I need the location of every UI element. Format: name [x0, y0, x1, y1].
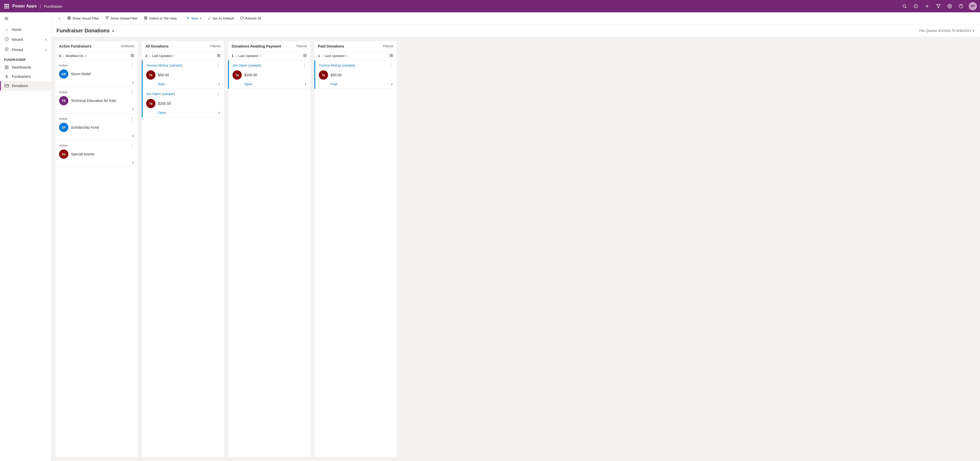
sidebar-item-pinned[interactable]: Pinned ∨ [0, 45, 51, 55]
donation-status-link-0[interactable]: Paid [158, 82, 165, 86]
top-bar-right-actions: MP [901, 2, 977, 10]
hamburger-menu[interactable] [0, 12, 51, 25]
home-icon: ⌂ [4, 27, 9, 32]
help-icon[interactable] [958, 3, 964, 10]
card-status-0: Active [59, 64, 68, 67]
table-row[interactable]: Active ⋮ SR Storm Relief ∨ [56, 60, 138, 87]
sidebar-item-dashboards[interactable]: Dashboards [0, 63, 51, 72]
col-view-icon-active-fundraisers[interactable] [130, 54, 134, 58]
sidebar-item-home[interactable]: ⌂ Home [0, 25, 51, 34]
card-menu-3[interactable]: ⋮ [130, 143, 134, 148]
donation-status-link-1[interactable]: Open [158, 111, 166, 114]
set-as-default-button[interactable]: ✓ Set As Default [205, 15, 236, 22]
col-sort-label-all-donations[interactable]: Last Updated ∨ [152, 54, 175, 58]
col-view-icon-paid-donations[interactable] [390, 54, 393, 58]
show-visual-filter-button[interactable]: Show Visual Filter [65, 14, 102, 22]
svg-rect-51 [391, 54, 393, 55]
card-body-3: Se Special events [59, 149, 134, 159]
switch-to-tile-view-button[interactable]: Switch to Tile View [141, 14, 179, 22]
svg-rect-44 [219, 56, 220, 57]
col-title-donations-awaiting-payment: Donations Awaiting Payment [232, 44, 281, 48]
donation-menu-0[interactable]: ⋮ [389, 63, 393, 68]
settings-icon[interactable] [946, 3, 953, 10]
card-status-2: Active [59, 117, 68, 121]
donation-contact-0[interactable]: Yvonne McKay (sample) [146, 64, 182, 67]
svg-rect-39 [132, 54, 134, 55]
sort-field-chevron-icon: ∨ [345, 54, 347, 57]
donation-card-header-0: Jim Glynn (sample) ⋮ [232, 63, 307, 68]
donation-contact-0[interactable]: Jim Glynn (sample) [232, 64, 261, 67]
circle-icon[interactable] [912, 3, 920, 10]
donation-card-footer-0: Paid ∨ [319, 82, 393, 86]
col-count-paid-donations: 1 [318, 54, 320, 58]
show-global-filter-button[interactable]: Show Global Filter [103, 14, 140, 22]
col-count-donations-awaiting-payment: 1 [232, 54, 234, 58]
donation-expand-1[interactable]: ∨ [218, 111, 220, 114]
card-expand-0[interactable]: ∨ [132, 81, 134, 84]
col-sort-arrow-active-fundraisers[interactable]: ↓ [62, 54, 64, 58]
svg-rect-1 [6, 4, 8, 5]
donation-menu-0[interactable]: ⋮ [302, 63, 307, 68]
card-name-2: Scholarship Fund [71, 126, 99, 129]
filter-icon[interactable] [935, 3, 942, 10]
new-button[interactable]: New ∨ [184, 14, 204, 22]
donation-menu-0[interactable]: ⋮ [216, 63, 220, 68]
list-item[interactable]: Jim Glynn (sample) ⋮ Te $200.00 Open ∨ [142, 89, 224, 118]
search-icon[interactable] [901, 3, 908, 10]
back-button[interactable] [56, 14, 64, 22]
donation-menu-1[interactable]: ⋮ [216, 91, 220, 96]
card-menu-2[interactable]: ⋮ [130, 116, 134, 121]
col-sort-label-paid-donations[interactable]: Last Updated ∨ [325, 54, 347, 58]
col-sort-label-donations-awaiting-payment[interactable]: Last Updated ∨ [239, 54, 261, 58]
card-expand-3[interactable]: ∨ [132, 161, 134, 164]
col-title-active-fundraisers: Active Fundraisers [59, 44, 91, 48]
page-title-chevron-icon: ∨ [112, 29, 114, 33]
col-view-icon-donations-awaiting-payment[interactable] [303, 54, 307, 58]
plus-icon[interactable] [923, 3, 931, 10]
donation-card-body-0: Te $50.00 [146, 69, 220, 81]
donation-contact-0[interactable]: Yvonne McKay (sample) [319, 64, 355, 67]
col-header-all-donations: All Donations Filtered [142, 41, 224, 52]
table-row[interactable]: Active ⋮ TE Technical Education for Kids… [56, 87, 138, 114]
col-view-icon-all-donations[interactable] [217, 54, 220, 58]
donation-expand-0[interactable]: ∨ [218, 83, 220, 86]
grid-icon[interactable] [3, 3, 10, 10]
refresh-all-button[interactable]: Refresh All [237, 14, 264, 22]
card-expand-2[interactable]: ∨ [132, 134, 134, 138]
date-filter-chevron-icon: ∨ [972, 29, 975, 33]
sidebar-item-recent[interactable]: Recent ∨ [0, 34, 51, 45]
table-row[interactable]: Active ⋮ Se Special events ∨ [56, 140, 138, 167]
donation-amount-0: $50.00 [331, 73, 342, 77]
svg-rect-24 [7, 66, 8, 67]
card-expand-1[interactable]: ∨ [132, 107, 134, 111]
donation-status-link-0[interactable]: Open [244, 82, 253, 86]
col-sort-arrow-paid-donations[interactable]: ↓ [321, 54, 323, 58]
sidebar-item-donations[interactable]: Donations [0, 81, 51, 91]
col-sort-arrow-all-donations[interactable]: ↓ [149, 54, 151, 58]
table-row[interactable]: Active ⋮ SF Scholarship Fund ∨ [56, 114, 138, 140]
svg-rect-34 [146, 18, 147, 19]
new-plus-icon [186, 16, 190, 21]
sidebar-item-fundraisers[interactable]: Fundraisers [0, 72, 51, 81]
list-item[interactable]: Jim Glynn (sample) ⋮ Te $200.00 Open ∨ [228, 60, 310, 89]
svg-rect-45 [217, 56, 218, 57]
user-avatar[interactable]: MP [969, 2, 977, 10]
kanban-col-paid-donations: Paid Donations Filtered 1 ↓ Last Updated… [314, 41, 397, 457]
list-item[interactable]: Yvonne McKay (sample) ⋮ Te $50.00 Paid ∨ [142, 60, 224, 89]
list-item[interactable]: Yvonne McKay (sample) ⋮ Te $50.00 Paid ∨ [314, 60, 397, 89]
sort-field-chevron-icon: ∨ [173, 54, 175, 57]
donation-contact-1[interactable]: Jim Glynn (sample) [146, 92, 175, 96]
content-area: Show Visual Filter Show Global Filter [51, 12, 980, 461]
card-avatar-2: SF [59, 123, 68, 132]
card-menu-1[interactable]: ⋮ [130, 90, 134, 94]
donation-expand-0[interactable]: ∨ [391, 83, 393, 86]
sidebar-pinned-label: Pinned [12, 48, 42, 52]
donation-status-link-0[interactable]: Paid [331, 82, 337, 86]
new-label: New [191, 16, 198, 20]
page-title[interactable]: Fundraiser Donations ∨ [57, 28, 114, 33]
col-sort-label-active-fundraisers[interactable]: Modified On ∨ [66, 54, 87, 58]
card-menu-0[interactable]: ⋮ [130, 63, 134, 68]
col-sort-arrow-donations-awaiting-payment[interactable]: ↓ [235, 54, 237, 58]
donation-expand-0[interactable]: ∨ [304, 83, 307, 86]
date-filter[interactable]: This Quarter 4/1/2021 To 6/30/2021 ∨ [919, 29, 975, 33]
